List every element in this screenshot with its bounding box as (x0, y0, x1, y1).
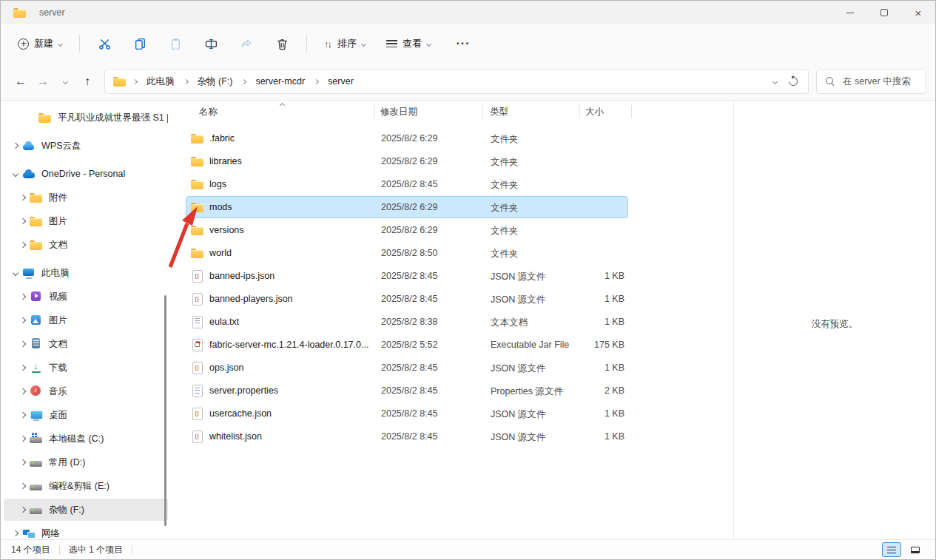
more-options-button[interactable]: ··· (449, 30, 477, 57)
maximize-button[interactable] (867, 1, 901, 24)
history-dropdown-button[interactable] (54, 70, 76, 92)
up-button[interactable]: ↑ (76, 70, 98, 92)
sidebar-item[interactable]: 桌面 (4, 404, 168, 426)
file-size: 1 KB (573, 408, 624, 419)
sidebar-item[interactable]: 附件 (4, 186, 168, 209)
pictures-icon (30, 314, 43, 326)
column-header-size[interactable]: 大小 (585, 106, 604, 118)
copy-button[interactable] (126, 30, 154, 57)
file-row[interactable]: usercache.json 2025/8/2 8:45 JSON 源文件 1 … (186, 402, 628, 425)
file-row[interactable]: server.properties 2025/8/2 8:45 Properti… (186, 379, 628, 402)
expand-chevron[interactable] (17, 318, 29, 323)
file-row[interactable]: logs 2025/8/2 8:45 文件夹 (186, 173, 628, 195)
file-row[interactable]: .fabric 2025/8/2 6:29 文件夹 (186, 127, 628, 149)
expand-chevron[interactable] (17, 389, 29, 394)
expand-chevron[interactable] (17, 342, 29, 346)
expand-chevron[interactable] (17, 507, 29, 512)
search-input[interactable]: 在 server 中搜索 (816, 69, 926, 94)
expand-chevron[interactable] (17, 365, 29, 370)
expand-chevron[interactable] (17, 413, 29, 417)
column-header-name[interactable]: 名称 (199, 106, 218, 118)
expand-chevron[interactable] (10, 271, 21, 275)
file-row[interactable]: mods 2025/8/2 6:29 文件夹 (186, 196, 628, 218)
rename-button[interactable] (197, 30, 225, 57)
breadcrumb[interactable]: 此电脑 杂物 (F:) server-mcdr server (104, 69, 809, 94)
breadcrumb-item-server[interactable]: server (325, 74, 357, 89)
file-date: 2025/8/2 8:45 (381, 431, 437, 442)
close-button[interactable]: × (901, 1, 935, 24)
search-placeholder: 在 server 中搜索 (843, 75, 911, 88)
sidebar-item-label: 音乐 (49, 385, 67, 398)
file-name-cell: banned-players.json (191, 293, 293, 305)
sort-button[interactable]: ↑↓ 排序 (317, 32, 372, 55)
column-divider[interactable] (579, 105, 580, 118)
sidebar-item[interactable]: 平凡职业成就世界最强 S1 [N (4, 107, 168, 129)
chevron-icon (13, 530, 18, 536)
expand-chevron[interactable] (10, 172, 21, 176)
expand-chevron[interactable] (17, 243, 29, 247)
file-row[interactable]: eula.txt 2025/8/2 8:38 文本文档 1 KB (186, 311, 628, 333)
file-date: 2025/8/2 8:45 (381, 408, 437, 419)
sidebar-item[interactable]: WPS云盘 (4, 135, 168, 157)
delete-icon (276, 38, 289, 50)
sidebar-item[interactable]: 网络 (4, 522, 168, 539)
expand-chevron[interactable] (17, 460, 29, 465)
forward-button[interactable]: → (32, 70, 54, 92)
sidebar-item[interactable]: 视频 (4, 286, 168, 308)
sidebar-item[interactable]: 音乐 (4, 380, 168, 402)
expand-chevron[interactable] (17, 436, 29, 441)
back-button[interactable]: ← (10, 70, 32, 92)
details-view-button[interactable] (882, 542, 901, 557)
delete-button[interactable] (268, 30, 296, 57)
new-button[interactable]: 新建 (11, 32, 69, 55)
chevron-icon (20, 507, 26, 513)
json-file-icon (191, 431, 204, 442)
file-row[interactable]: libraries 2025/8/2 6:29 文件夹 (186, 150, 628, 172)
breadcrumb-item-this-pc[interactable]: 此电脑 (144, 73, 178, 90)
sidebar-item[interactable]: 此电脑 (4, 262, 168, 284)
address-dropdown-icon[interactable] (772, 78, 778, 84)
file-row[interactable]: world 2025/8/2 8:50 文件夹 (186, 242, 628, 264)
sidebar-item[interactable]: 文档 (4, 333, 168, 355)
minimize-button[interactable] (833, 1, 867, 24)
column-header-date[interactable]: 修改日期 (380, 106, 417, 118)
expand-chevron[interactable] (10, 144, 21, 148)
paste-button[interactable] (161, 30, 189, 57)
view-button[interactable]: 查看 (380, 32, 437, 55)
file-row[interactable]: ops.json 2025/8/2 8:45 JSON 源文件 1 KB (186, 357, 628, 379)
expand-chevron[interactable] (17, 195, 29, 200)
sidebar-item[interactable]: 下载 (4, 357, 168, 379)
new-plus-icon (18, 38, 29, 50)
breadcrumb-item-drive-f[interactable]: 杂物 (F:) (195, 73, 236, 90)
sidebar-item[interactable]: 编程&剪辑 (E:) (4, 475, 168, 497)
breadcrumb-item-server-mcdr[interactable]: server-mcdr (252, 74, 308, 89)
file-row[interactable]: versions 2025/8/2 6:29 文件夹 (186, 219, 628, 241)
expand-chevron[interactable] (17, 484, 29, 488)
downloads-icon (30, 362, 43, 374)
sidebar-item[interactable]: 文档 (4, 234, 168, 256)
cut-button[interactable] (90, 30, 118, 57)
expand-chevron[interactable] (26, 115, 38, 120)
sidebar-item[interactable]: 杂物 (F:) (4, 499, 168, 521)
column-divider[interactable] (631, 105, 632, 118)
expand-chevron[interactable] (17, 219, 29, 223)
column-header-type[interactable]: 类型 (490, 106, 508, 118)
sidebar-item[interactable]: 本地磁盘 (C:) (4, 428, 168, 450)
file-row[interactable]: whitelist.json 2025/8/2 8:45 JSON 源文件 1 … (186, 425, 628, 448)
sidebar-item[interactable]: OneDrive - Personal (4, 163, 168, 185)
file-row[interactable]: fabric-server-mc.1.21.4-loader.0.17.0...… (186, 334, 628, 356)
thumbnails-view-button[interactable] (906, 542, 925, 557)
sidebar-item[interactable]: 图片 (4, 309, 168, 331)
column-divider[interactable] (374, 105, 375, 118)
expand-chevron[interactable] (10, 531, 21, 536)
chevron-down-icon (62, 78, 67, 84)
file-row[interactable]: banned-ips.json 2025/8/2 8:45 JSON 源文件 1… (186, 265, 628, 287)
sidebar-item[interactable]: 常用 (D:) (4, 451, 168, 473)
share-button[interactable] (232, 30, 260, 57)
refresh-icon[interactable] (787, 75, 800, 88)
column-divider[interactable] (482, 105, 483, 118)
sidebar-item[interactable]: 图片 (4, 210, 168, 232)
file-row[interactable]: banned-players.json 2025/8/2 8:45 JSON 源… (186, 288, 628, 310)
expand-chevron[interactable] (17, 294, 29, 299)
sidebar-scrollbar[interactable] (164, 295, 166, 526)
